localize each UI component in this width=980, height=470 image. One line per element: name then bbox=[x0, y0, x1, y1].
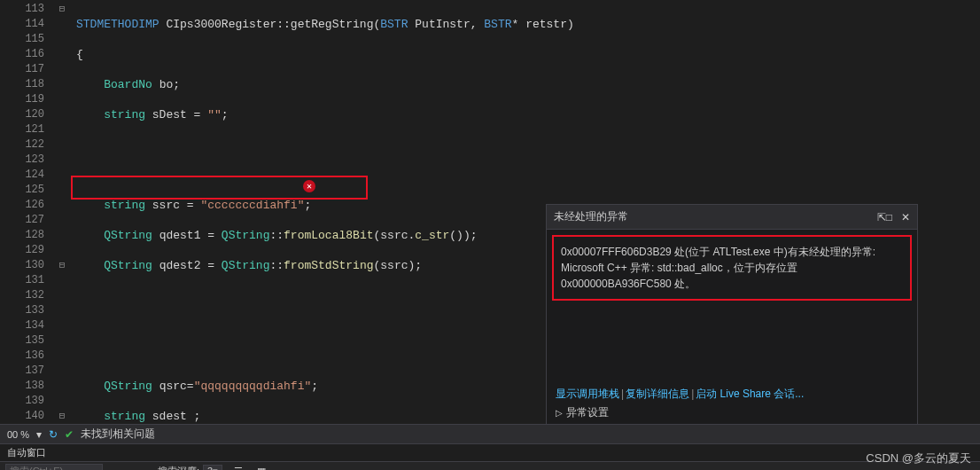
folding-column[interactable]: ⊟⊟⊟ bbox=[53, 0, 71, 426]
autos-panel[interactable]: 自动窗口 ← → 搜索深度: 3 ▾ ☰ ▦ bbox=[0, 443, 980, 470]
pin-icon[interactable]: ⇱□ bbox=[877, 211, 892, 223]
toolbar-icon[interactable]: ▦ bbox=[254, 464, 268, 470]
search-depth-dropdown[interactable]: 3 ▾ bbox=[203, 465, 222, 471]
toolbar-icon[interactable]: ☰ bbox=[231, 464, 245, 470]
search-next-icon[interactable]: → bbox=[135, 464, 149, 470]
search-prev-icon[interactable]: ← bbox=[112, 464, 126, 470]
exception-links: 显示调用堆栈|复制详细信息|启动 Live Share 会话... bbox=[556, 387, 908, 402]
search-input[interactable] bbox=[5, 464, 103, 470]
line-number-gutter: 113 114 115 116 117 118 119 120 121 122 … bbox=[0, 0, 53, 426]
status-bar: 00 % ▾ ↻ ✔ 未找到相关问题 bbox=[0, 424, 980, 443]
no-issues-label[interactable]: 未找到相关问题 bbox=[81, 427, 155, 442]
exception-settings[interactable]: ▷异常设置 bbox=[556, 405, 908, 420]
exception-popup[interactable]: 未经处理的异常 ⇱□ ✕ 0x00007FFF606D3B29 处(位于 ATL… bbox=[546, 204, 918, 428]
show-callstack-link[interactable]: 显示调用堆栈 bbox=[556, 388, 619, 400]
error-icon[interactable]: ✕ bbox=[303, 180, 315, 192]
close-icon[interactable]: ✕ bbox=[901, 211, 910, 223]
copy-details-link[interactable]: 复制详细信息 bbox=[626, 388, 689, 400]
watermark: CSDN @多云的夏天 bbox=[866, 450, 971, 466]
refresh-icon[interactable]: ↻ bbox=[49, 428, 58, 441]
zoom-dropdown-icon[interactable]: ▾ bbox=[36, 428, 42, 441]
panel-title[interactable]: 自动窗口 bbox=[0, 444, 980, 462]
zoom-level[interactable]: 00 % bbox=[7, 429, 29, 440]
exception-message: 0x00007FFF606D3B29 处(位于 ATLTest.exe 中)有未… bbox=[552, 235, 912, 301]
check-icon: ✔ bbox=[65, 428, 74, 441]
exception-title-bar[interactable]: 未经处理的异常 ⇱□ ✕ bbox=[547, 205, 917, 230]
search-depth-label: 搜索深度: bbox=[158, 465, 199, 471]
liveshare-link[interactable]: 启动 Live Share 会话... bbox=[696, 388, 804, 400]
exception-title: 未经处理的异常 bbox=[554, 209, 628, 224]
